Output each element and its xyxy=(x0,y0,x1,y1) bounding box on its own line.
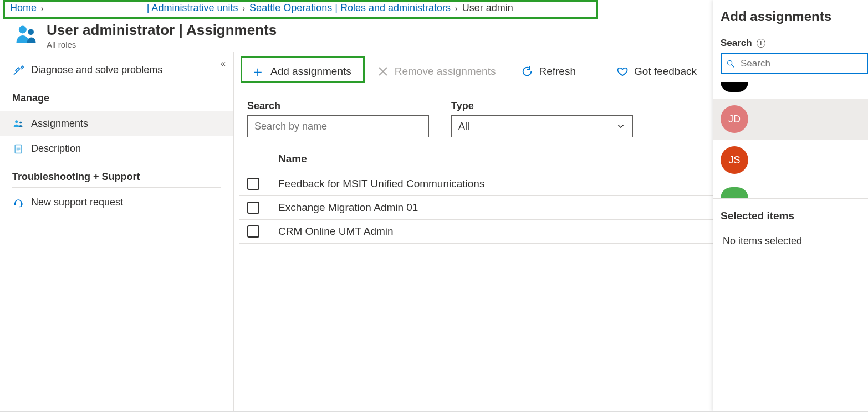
filter-type-label: Type xyxy=(451,100,633,112)
panel-result-item[interactable] xyxy=(713,181,868,198)
search-icon xyxy=(726,59,735,68)
row-checkbox[interactable] xyxy=(247,178,259,190)
col-name[interactable]: Name xyxy=(278,153,727,165)
sidebar-item-label: Description xyxy=(31,143,81,154)
sidebar-item-label: Assignments xyxy=(31,118,88,130)
panel-results-list: JD JS xyxy=(713,82,868,198)
toolbar-separator xyxy=(596,64,596,79)
row-name: CRM Online UMT Admin xyxy=(278,225,727,238)
sidebar-item-label: New support request xyxy=(31,197,123,208)
document-icon xyxy=(12,143,24,154)
row-name: Feedback for MSIT Unified Communications xyxy=(278,178,727,190)
panel-title: Add assignments xyxy=(713,6,868,38)
breadcrumb-admin-units[interactable]: | Administrative units xyxy=(147,2,238,14)
panel-result-item[interactable] xyxy=(713,82,868,99)
breadcrumb-home[interactable]: Home xyxy=(10,2,37,14)
select-value: All xyxy=(458,121,469,132)
svg-point-0 xyxy=(19,25,27,33)
sidebar-item-support[interactable]: New support request xyxy=(0,190,233,215)
chevron-right-icon: › xyxy=(242,4,245,13)
type-select[interactable]: All xyxy=(451,115,633,137)
feedback-button[interactable]: Got feedback xyxy=(611,62,702,81)
wrench-icon xyxy=(12,65,24,76)
button-label: Got feedback xyxy=(634,65,697,78)
svg-point-2 xyxy=(15,120,18,123)
app-root: Home › | Administrative units › Seattle … xyxy=(0,0,868,412)
filter-search-label: Search xyxy=(247,100,429,112)
search-input[interactable] xyxy=(247,115,429,137)
button-label: Refresh xyxy=(539,65,576,78)
avatar: JD xyxy=(721,105,748,133)
row-checkbox[interactable] xyxy=(247,225,259,238)
add-assignments-button[interactable]: ＋ Add assignments xyxy=(245,61,357,82)
svg-rect-9 xyxy=(21,203,22,205)
sidebar-item-description[interactable]: Description xyxy=(0,136,233,161)
page-subtitle: All roles xyxy=(47,40,277,49)
sidebar-section-troubleshoot: Troubleshooting + Support xyxy=(0,161,233,187)
avatar xyxy=(721,187,748,198)
panel-result-item[interactable]: JD xyxy=(713,99,868,140)
panel-search-input[interactable] xyxy=(739,58,862,70)
button-label: Add assignments xyxy=(270,65,351,78)
sidebar-item-label: Diagnose and solve problems xyxy=(31,64,162,76)
chevron-right-icon: › xyxy=(455,4,458,13)
avatar: JS xyxy=(721,146,748,174)
heart-icon xyxy=(616,65,629,78)
sidebar-section-manage: Manage xyxy=(0,83,233,109)
sidebar: « Diagnose and solve problems Manage Ass… xyxy=(0,52,234,411)
button-label: Remove assignments xyxy=(395,65,496,78)
users-icon xyxy=(14,23,38,48)
breadcrumb-seattle-ops[interactable]: Seattle Operations | Roles and administr… xyxy=(249,2,451,14)
info-icon[interactable]: i xyxy=(757,39,765,48)
plus-icon: ＋ xyxy=(251,64,265,79)
panel-search-box[interactable] xyxy=(721,53,868,74)
headset-icon xyxy=(12,197,24,208)
panel-result-item[interactable]: JS xyxy=(713,140,868,181)
add-assignments-panel: Add assignments Search i JD JS xyxy=(713,0,868,411)
row-checkbox[interactable] xyxy=(247,202,259,214)
refresh-icon xyxy=(521,65,533,78)
sidebar-item-diagnose[interactable]: Diagnose and solve problems xyxy=(0,58,233,83)
remove-assignments-button[interactable]: Remove assignments xyxy=(371,62,502,81)
svg-point-1 xyxy=(28,29,34,35)
collapse-sidebar-icon[interactable]: « xyxy=(221,59,226,69)
chevron-right-icon: › xyxy=(41,4,44,13)
svg-rect-8 xyxy=(14,203,16,205)
panel-search-label: Search i xyxy=(713,38,868,53)
panel-empty-text: No items selected xyxy=(713,228,868,255)
panel-selected-header: Selected items xyxy=(713,198,868,228)
svg-line-11 xyxy=(732,65,734,67)
svg-point-10 xyxy=(728,61,732,65)
sidebar-item-assignments[interactable]: Assignments xyxy=(0,111,233,136)
svg-point-3 xyxy=(19,121,22,123)
avatar xyxy=(721,82,748,92)
page-title: User administrator | Assignments xyxy=(47,22,277,39)
row-name: Exchange Migration Admin 01 xyxy=(278,202,727,214)
chevron-down-icon xyxy=(616,121,626,131)
x-icon xyxy=(377,65,389,78)
refresh-button[interactable]: Refresh xyxy=(515,62,581,81)
breadcrumb-current: User admin xyxy=(462,2,513,14)
users-small-icon xyxy=(12,119,24,130)
